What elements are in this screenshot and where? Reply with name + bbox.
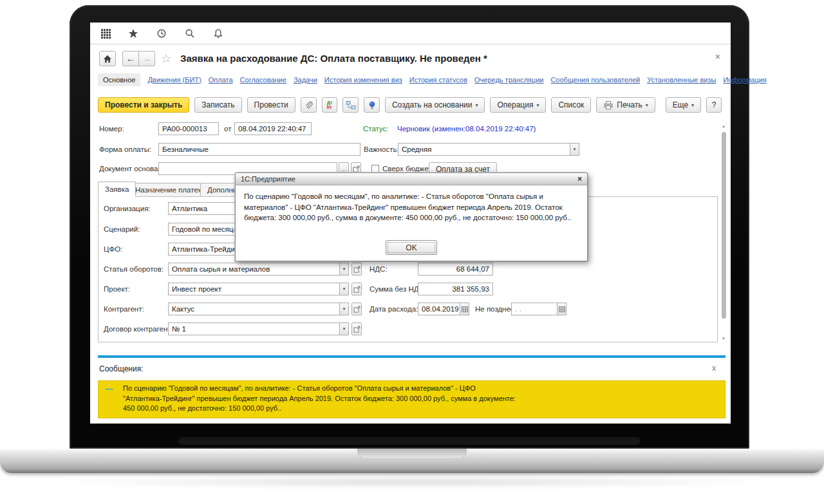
notifications-bell-icon[interactable] <box>212 28 224 39</box>
post-and-close-button[interactable]: Провести и закрыть <box>98 97 189 113</box>
laptop-notch <box>357 449 467 459</box>
not-later-input[interactable]: . . <box>511 303 557 315</box>
printer-icon <box>603 100 613 110</box>
document-structure-icon <box>346 100 356 110</box>
status-link[interactable]: Черновик (изменен:08.04.2019 22:40:47) <box>397 125 536 133</box>
counterparty-label: Контрагент: <box>104 305 144 313</box>
cfo-label: ЦФО: <box>104 245 122 253</box>
more-button[interactable]: Еще▾ <box>666 97 701 113</box>
importance-select[interactable]: Средняя <box>398 143 570 156</box>
not-later-calendar-button[interactable] <box>557 303 566 315</box>
messages-close-icon[interactable]: x <box>712 364 716 373</box>
tab-soobshcheniya-polzovateley[interactable]: Сообщения пользователей <box>550 76 640 84</box>
tab-informaciya[interactable]: Информация <box>723 76 766 84</box>
tab-istoriya-viz[interactable]: История изменения виз <box>324 76 402 84</box>
history-clock-icon[interactable] <box>156 28 167 39</box>
number-input[interactable]: РА00-000013 <box>158 122 219 135</box>
save-button[interactable]: Записать <box>194 97 241 113</box>
screenshot-stage: ← → ☆ Заявка на расходование ДС: Оплата … <box>0 0 824 504</box>
favorite-star-toggle[interactable]: ☆ <box>161 51 171 66</box>
laptop-hinge <box>178 437 641 445</box>
home-button[interactable] <box>99 51 116 66</box>
project-dropdown-button[interactable]: ▾ <box>340 283 349 295</box>
counterparty-dropdown-button[interactable]: ▾ <box>340 303 349 315</box>
open-form-icon <box>353 165 360 173</box>
over-budget-checkbox[interactable] <box>371 165 379 173</box>
laptop-base <box>0 449 824 473</box>
vat-label: НДС: <box>370 265 388 273</box>
search-icon[interactable] <box>184 28 196 39</box>
laptop-reflection <box>39 476 785 488</box>
tab-ochered-translyacii[interactable]: Очередь трансляции <box>474 76 543 84</box>
importance-dropdown-button[interactable]: ▾ <box>570 143 579 156</box>
tab-dvizheniya-bit[interactable]: Движения (БИТ) <box>147 76 201 84</box>
tab-ustanovlennye-vizy[interactable]: Установленные визы <box>647 76 716 84</box>
attachments-button[interactable] <box>301 97 317 113</box>
payment-form-input[interactable]: Безналичные <box>158 143 360 156</box>
tab-istoriya-statusov[interactable]: История статусов <box>409 76 467 84</box>
forward-button[interactable]: → <box>138 51 155 66</box>
contract-label: Договор контрагента: <box>104 325 177 333</box>
turnover-item-dropdown-button[interactable]: ▾ <box>340 263 349 275</box>
page-title: Заявка на расходование ДС: Оплата постав… <box>180 53 487 64</box>
payment-form-label: Форма оплаты: <box>99 145 151 153</box>
apps-grid-icon[interactable] <box>99 28 111 39</box>
vat-input[interactable]: 68 644,07 <box>418 263 493 275</box>
scrollbar-down-icon[interactable]: ▼ <box>720 337 727 341</box>
tab-osnovnoe[interactable]: Основное <box>98 73 140 86</box>
chevron-down-icon: ▾ <box>691 102 694 108</box>
related-documents-button[interactable] <box>342 97 359 113</box>
open-form-icon <box>353 266 360 273</box>
dialog-title-bar[interactable]: 1С:Предприятие × <box>236 173 587 185</box>
back-button[interactable]: ← <box>122 51 139 66</box>
print-button[interactable]: Печать▾ <box>596 97 655 113</box>
scrollbar-thumb[interactable] <box>722 132 726 319</box>
tab-oplata[interactable]: Оплата <box>209 76 233 84</box>
expense-date-input[interactable]: 08.04.2019 <box>418 303 460 315</box>
operation-button[interactable]: Операция▾ <box>490 97 546 113</box>
contract-open-button[interactable] <box>351 322 362 335</box>
counterparty-open-button[interactable] <box>351 303 362 315</box>
message-line: По сценарию "Годовой по месяцам", по ана… <box>123 384 720 394</box>
forward-arrow-icon: → <box>142 53 151 64</box>
scrollbar-up-icon[interactable]: ▲ <box>720 124 727 128</box>
expense-date-calendar-button[interactable] <box>460 303 469 315</box>
inner-tab-zayavka[interactable]: Заявка <box>98 182 136 197</box>
tab-zadachi[interactable]: Задачи <box>294 76 317 84</box>
message-line: "Атлантика-Трейдинг" превышен бюджет пер… <box>123 394 720 404</box>
dialog-close-icon[interactable]: × <box>577 174 582 183</box>
window-close-icon[interactable]: × <box>715 51 720 62</box>
contract-input[interactable]: № 1 <box>168 322 340 335</box>
number-label: Номер: <box>99 125 124 133</box>
turnover-item-label: Статья оборотов: <box>104 265 164 273</box>
dt-kt-postings-button[interactable]: ДтКт <box>322 97 338 113</box>
open-form-icon <box>353 326 360 333</box>
help-button[interactable]: ? <box>706 97 722 113</box>
counterparty-input[interactable]: Кактус <box>168 303 340 315</box>
sum-without-vat-input[interactable]: 381 355,93 <box>418 283 493 295</box>
over-budget-label: Сверх бюджета <box>382 165 436 173</box>
create-based-on-button[interactable]: Создать на основании▾ <box>385 97 485 113</box>
message-line: 450 000,00 руб., не достаточно: 150 000,… <box>123 404 720 414</box>
dialog-title: 1С:Предприятие <box>241 175 295 183</box>
calendar-icon <box>462 306 468 312</box>
datetime-input[interactable]: 08.04.2019 22:40:47 <box>234 122 312 135</box>
tab-soglasovanie[interactable]: Согласование <box>240 76 286 84</box>
toolbar: Провести и закрыть Записать Провести ДтК… <box>90 97 731 113</box>
importance-label: Важность: <box>364 145 399 153</box>
warning-message[interactable]: — По сценарию "Годовой по месяцам", по а… <box>98 380 726 418</box>
favorites-star-icon[interactable] <box>127 28 139 39</box>
contract-dropdown-button[interactable]: ▾ <box>340 322 349 335</box>
post-button[interactable]: Провести <box>247 97 295 113</box>
nav-tabs: Основное Движения (БИТ) Оплата Согласова… <box>90 72 731 87</box>
turnover-item-open-button[interactable] <box>351 263 362 275</box>
dialog-ok-button[interactable]: OK <box>386 240 437 255</box>
hint-button[interactable] <box>364 97 380 113</box>
project-open-button[interactable] <box>351 283 362 295</box>
list-button[interactable]: Список <box>551 97 591 113</box>
messages-label: Сообщения: <box>99 364 143 373</box>
from-label: от <box>224 125 231 133</box>
turnover-item-input[interactable]: Оплата сырья и материалов <box>168 263 340 275</box>
project-input[interactable]: Инвест проект <box>168 283 340 295</box>
scenario-label: Сценарий: <box>104 225 140 233</box>
